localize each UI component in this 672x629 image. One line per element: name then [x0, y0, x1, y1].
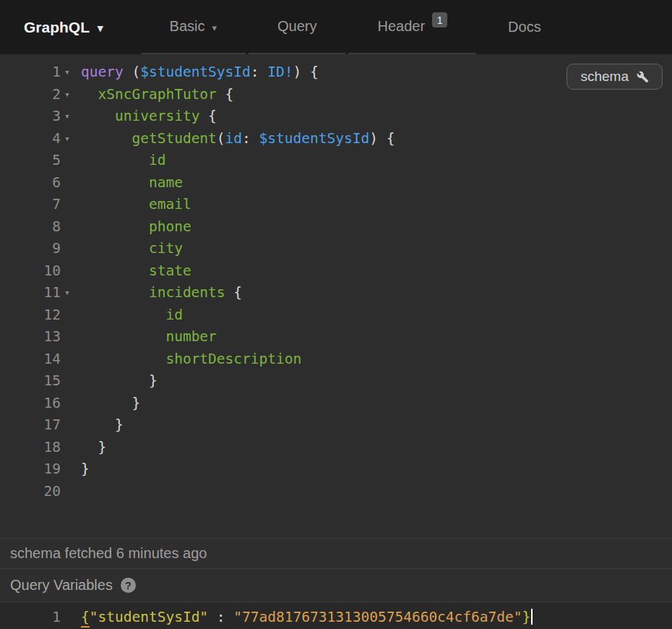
fold-gutter	[61, 194, 81, 216]
code-line[interactable]: 16 }	[0, 393, 672, 415]
code-text: city	[81, 238, 183, 260]
fold-arrow-icon[interactable]: ▾	[61, 282, 81, 304]
code-text: email	[81, 194, 191, 216]
fold-gutter	[61, 172, 81, 194]
query-variables-title: Query Variables	[10, 577, 113, 594]
variables-editor[interactable]: 1{"studentSysId" : "77ad8176731313005754…	[0, 602, 672, 629]
code-text: }	[81, 437, 106, 459]
code-text: getStudent(id: $studentSysId) {	[81, 128, 395, 150]
tab-basic[interactable]: Basic▾	[141, 0, 246, 54]
code-text: id	[81, 304, 183, 327]
fold-gutter	[61, 370, 81, 393]
fold-gutter	[61, 437, 81, 459]
code-line[interactable]: 12 id	[0, 304, 672, 327]
fold-gutter	[61, 260, 81, 283]
code-line[interactable]: 13 number	[0, 326, 672, 348]
schema-status-text: schema fetched 6 minutes ago	[10, 545, 207, 562]
line-number: 14	[0, 348, 61, 371]
code-text: {"studentSysId" : "77ad81767313130057546…	[81, 607, 533, 628]
line-number: 12	[0, 304, 61, 327]
query-editor[interactable]: schema 1▾query ($studentSysId: ID!) {2▾ …	[0, 54, 672, 538]
fold-arrow-icon[interactable]: ▾	[61, 61, 81, 84]
fold-gutter	[61, 150, 81, 172]
code-line[interactable]: 15 }	[0, 370, 672, 393]
code-line[interactable]: 4▾ getStudent(id: $studentSysId) {	[0, 128, 672, 150]
help-icon[interactable]: ?	[121, 578, 136, 593]
line-number: 8	[0, 216, 61, 239]
tab-label: Query	[277, 18, 316, 35]
code-text: phone	[81, 216, 191, 239]
code-text: id	[81, 150, 165, 172]
code-line[interactable]: 9 city	[0, 238, 672, 260]
code-line[interactable]: 5 id	[0, 150, 672, 172]
fold-gutter	[61, 238, 81, 260]
code-text: query ($studentSysId: ID!) {	[81, 61, 319, 84]
fold-gutter	[61, 414, 81, 437]
line-number: 1	[0, 61, 61, 84]
code-text: }	[81, 370, 158, 393]
tab-query[interactable]: Query	[249, 0, 345, 54]
line-number: 5	[0, 150, 61, 172]
code-line[interactable]: 17 }	[0, 414, 672, 437]
line-number: 16	[0, 393, 61, 415]
fold-gutter	[61, 326, 81, 348]
wrench-icon	[637, 71, 649, 83]
code-line[interactable]: 3▾ university {	[0, 106, 672, 128]
code-line[interactable]: 1{"studentSysId" : "77ad8176731313005754…	[0, 607, 672, 628]
code-text: }	[81, 414, 124, 437]
code-text: state	[81, 260, 191, 283]
fold-gutter	[61, 607, 81, 628]
schema-status-bar: schema fetched 6 minutes ago	[0, 538, 672, 568]
code-text: number	[81, 326, 217, 348]
code-text: }	[81, 458, 90, 481]
tab-header[interactable]: Header1	[348, 0, 476, 54]
fold-arrow-icon[interactable]: ▾	[61, 128, 81, 150]
tab-label: Docs	[508, 19, 541, 35]
tab-strip: Basic▾QueryHeader1Docs	[141, 0, 672, 54]
chevron-down-icon: ▾	[98, 20, 103, 35]
code-text: name	[81, 172, 183, 194]
line-number: 19	[0, 458, 61, 481]
line-number: 17	[0, 414, 61, 437]
code-line[interactable]: 7 email	[0, 194, 672, 216]
code-line[interactable]: 19}	[0, 458, 672, 481]
code-line[interactable]: 6 name	[0, 172, 672, 194]
fold-gutter	[61, 348, 81, 371]
fold-arrow-icon[interactable]: ▾	[61, 106, 81, 128]
fold-gutter	[61, 458, 81, 481]
code-text: }	[81, 393, 140, 415]
code-line[interactable]: 14 shortDescription	[0, 348, 672, 371]
code-text: shortDescription	[81, 348, 301, 371]
fold-arrow-icon[interactable]: ▾	[61, 84, 81, 106]
text-cursor	[531, 609, 533, 625]
code-line[interactable]: 18 }	[0, 437, 672, 459]
schema-button[interactable]: schema	[567, 64, 663, 90]
tab-label: Header	[377, 18, 425, 35]
code-text: incidents {	[81, 282, 242, 304]
code-text: xSncGraphTutor {	[81, 84, 233, 106]
line-number: 18	[0, 437, 61, 459]
query-variables-header: Query Variables ?	[0, 568, 672, 602]
chevron-down-icon: ▾	[212, 20, 217, 33]
line-number: 9	[0, 238, 61, 260]
line-number: 10	[0, 260, 61, 283]
line-number: 20	[0, 481, 61, 503]
code-line[interactable]: 20	[0, 481, 672, 503]
code-line[interactable]: 10 state	[0, 260, 672, 283]
code-line[interactable]: 8 phone	[0, 216, 672, 239]
environment-dropdown[interactable]: GraphQL ▾	[0, 0, 141, 54]
line-number: 2	[0, 84, 61, 106]
app-root: GraphQL ▾ Basic▾QueryHeader1Docs schema …	[0, 0, 672, 629]
topbar: GraphQL ▾ Basic▾QueryHeader1Docs	[0, 0, 672, 54]
code-text: university {	[81, 106, 217, 128]
line-number: 1	[0, 607, 61, 628]
fold-gutter	[61, 304, 81, 327]
code-line[interactable]: 11▾ incidents {	[0, 282, 672, 304]
line-number: 7	[0, 194, 61, 216]
line-number: 15	[0, 370, 61, 393]
line-number: 13	[0, 326, 61, 348]
tab-label: Basic	[170, 18, 205, 35]
query-editor-lines[interactable]: 1▾query ($studentSysId: ID!) {2▾ xSncGra…	[0, 54, 672, 502]
header-count-badge: 1	[432, 12, 447, 27]
tab-docs[interactable]: Docs	[479, 0, 570, 54]
